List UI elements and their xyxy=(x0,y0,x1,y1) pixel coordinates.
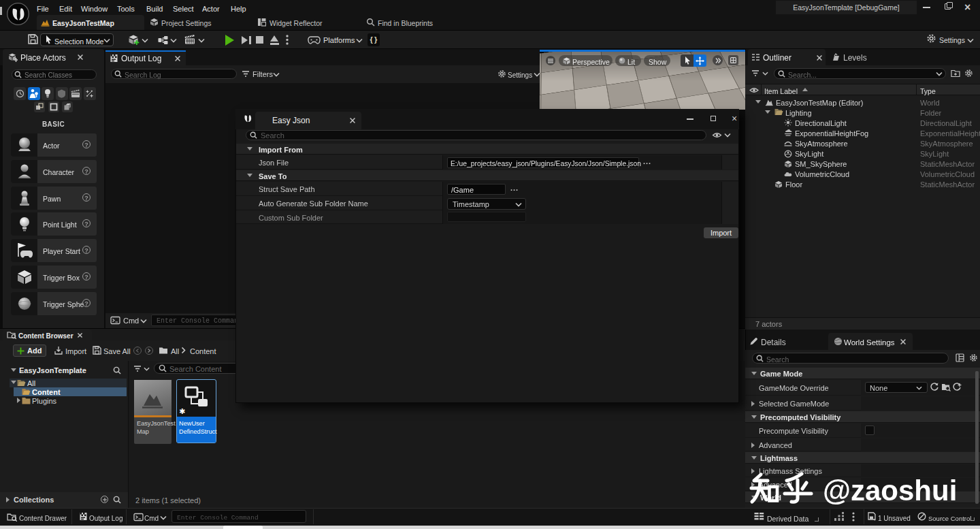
svg-text:@zaoshui: @zaoshui xyxy=(823,475,957,507)
